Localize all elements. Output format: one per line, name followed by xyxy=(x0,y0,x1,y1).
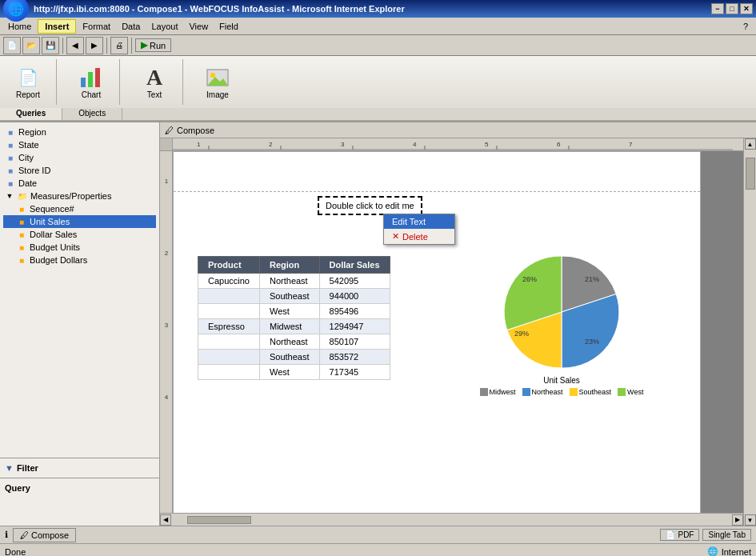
v-scroll-track[interactable] xyxy=(745,150,756,514)
svg-line-20 xyxy=(160,151,173,513)
run-button[interactable]: ▶ Run xyxy=(135,38,171,52)
single-tab-button[interactable]: Single Tab xyxy=(702,529,751,541)
scroll-up-button[interactable]: ▲ xyxy=(745,138,756,150)
cell-region-4: Midwest xyxy=(259,319,319,334)
context-menu-delete[interactable]: ✕ Delete xyxy=(384,229,454,244)
svg-point-4 xyxy=(210,73,215,78)
objects-tab[interactable]: Objects xyxy=(62,108,122,120)
h-scroll-thumb[interactable] xyxy=(187,516,251,524)
tree-item-storeid[interactable]: ■ Store ID xyxy=(3,164,156,177)
ribbon-chart-button[interactable]: Chart xyxy=(73,62,110,102)
svg-text:3: 3 xyxy=(165,322,169,329)
back-button[interactable]: ◀ xyxy=(66,37,84,54)
tree-item-sequence[interactable]: ■ Sequence# xyxy=(3,202,156,215)
svg-rect-2 xyxy=(95,68,100,87)
help-button[interactable]: ? xyxy=(738,20,753,33)
save-button[interactable]: 💾 xyxy=(42,37,59,54)
cell-region-5: Northeast xyxy=(259,334,319,350)
open-button[interactable]: 📂 xyxy=(22,37,40,54)
text-box[interactable]: Double click to edit me Edit Text ✕ Dele… xyxy=(318,196,422,215)
v-scrollbar[interactable]: ▲ ▼ xyxy=(743,138,756,526)
col-region: Region xyxy=(259,257,319,274)
tree-item-budgetdollars[interactable]: ■ Budget Dollars xyxy=(3,254,156,266)
close-button[interactable]: ✕ xyxy=(740,3,753,14)
cell-region-7: West xyxy=(259,365,319,380)
svg-rect-1 xyxy=(88,72,93,87)
folder-icon-measures: 📁 xyxy=(17,190,28,202)
field-icon-state: ■ xyxy=(5,139,16,150)
new-button[interactable]: 📄 xyxy=(3,37,21,54)
v-scroll-thumb[interactable] xyxy=(746,158,755,190)
report-icon: 📄 xyxy=(15,65,41,90)
queries-tab[interactable]: Queries xyxy=(0,108,62,120)
pie-legend: Midwest Northeast Southeast xyxy=(480,388,644,396)
field-icon-budgetdollars: ■ xyxy=(16,254,27,266)
ribbon-group-items-chart: Chart xyxy=(73,59,110,105)
menu-layout[interactable]: Layout xyxy=(146,20,182,33)
svg-text:23%: 23% xyxy=(585,338,599,346)
col-product: Product xyxy=(198,257,260,274)
menu-view[interactable]: View xyxy=(184,20,213,33)
tree-item-region[interactable]: ■ Region xyxy=(3,126,156,138)
canvas-content[interactable]: 1 2 3 4 Double click xyxy=(160,151,743,513)
scroll-down-button[interactable]: ▼ xyxy=(745,514,756,526)
menu-data[interactable]: Data xyxy=(117,20,145,33)
tree-item-measures[interactable]: ▼ 📁 Measures/Properties xyxy=(3,190,156,202)
title-text: http://jfxp.ibi.com:8080 - Compose1 - We… xyxy=(34,4,405,14)
sidebar: ■ Region ■ State ■ City ■ Store ID ■ Dat… xyxy=(0,122,160,526)
tree-item-state[interactable]: ■ State xyxy=(3,138,156,151)
report-label: Report xyxy=(16,90,40,99)
cell-sales-1: 542095 xyxy=(319,274,390,289)
scroll-left-button[interactable]: ◀ xyxy=(160,514,171,526)
ribbon-report-button[interactable]: 📄 Report xyxy=(10,62,46,102)
tree-item-city[interactable]: ■ City xyxy=(3,151,156,164)
status-right: 📄 PDF Single Tab xyxy=(660,529,751,541)
cell-sales-4: 1294947 xyxy=(319,319,390,334)
forward-button[interactable]: ▶ xyxy=(86,37,103,54)
ribbon-image-button[interactable]: Image xyxy=(199,62,236,102)
pie-chart: 21% 26% 29% 23% Unit Sales Midwest xyxy=(470,248,654,408)
h-scroll-track[interactable] xyxy=(171,515,732,525)
title-bar-buttons[interactable]: − □ ✕ xyxy=(711,3,753,14)
ribbon-group-image: Image xyxy=(196,59,246,105)
menu-home[interactable]: Home xyxy=(3,20,36,33)
context-menu: Edit Text ✕ Delete xyxy=(383,214,455,245)
ruler-corner xyxy=(160,138,173,150)
pdf-button[interactable]: 📄 PDF xyxy=(660,529,699,541)
chart-label: Chart xyxy=(82,90,101,99)
svg-text:4: 4 xyxy=(413,141,417,148)
sidebar-tree: ■ Region ■ State ■ City ■ Store ID ■ Dat… xyxy=(0,122,159,458)
h-scrollbar[interactable]: ◀ ▶ xyxy=(160,513,743,526)
field-icon-city: ■ xyxy=(5,152,16,163)
menu-insert[interactable]: Insert xyxy=(38,19,76,34)
col-dollarsales: Dollar Sales xyxy=(319,257,390,274)
ie-logo: 🌐 xyxy=(3,0,29,22)
tree-item-unitsales[interactable]: ■ Unit Sales xyxy=(3,215,156,228)
menu-field[interactable]: Field xyxy=(214,20,243,33)
maximize-button[interactable]: □ xyxy=(726,3,738,14)
svg-text:3: 3 xyxy=(341,141,345,148)
cell-sales-2: 944000 xyxy=(319,289,390,304)
cell-product-5 xyxy=(198,334,260,350)
main-area: ■ Region ■ State ■ City ■ Store ID ■ Dat… xyxy=(0,122,756,526)
compose-tab[interactable]: 🖊 Compose xyxy=(13,528,76,542)
tree-item-budgetunits[interactable]: ■ Budget Units xyxy=(3,241,156,254)
title-bar: 🌐 http://jfxp.ibi.com:8080 - Compose1 - … xyxy=(0,0,756,18)
tree-item-dollarsales[interactable]: ■ Dollar Sales xyxy=(3,228,156,241)
pdf-label: PDF xyxy=(678,530,694,539)
ribbon-group-items: 📄 Report xyxy=(10,59,46,105)
field-icon-budgetunits: ■ xyxy=(16,242,27,253)
context-menu-edit-text[interactable]: Edit Text xyxy=(384,214,454,229)
print-button[interactable]: 🖨 xyxy=(110,37,128,54)
ribbon-text-button[interactable]: A Text xyxy=(136,62,173,102)
scroll-right-button[interactable]: ▶ xyxy=(732,514,743,526)
menu-format[interactable]: Format xyxy=(78,20,115,33)
page-header-area xyxy=(174,152,700,192)
legend-label-southeast: Southeast xyxy=(579,388,612,396)
minimize-button[interactable]: − xyxy=(711,3,724,14)
svg-text:4: 4 xyxy=(165,394,169,401)
ribbon-group-chart: Chart xyxy=(70,59,120,105)
browser-status-bar: Done 🌐 Internet xyxy=(0,543,756,556)
tree-item-date[interactable]: ■ Date xyxy=(3,177,156,190)
cell-product-4: Espresso xyxy=(198,319,260,334)
